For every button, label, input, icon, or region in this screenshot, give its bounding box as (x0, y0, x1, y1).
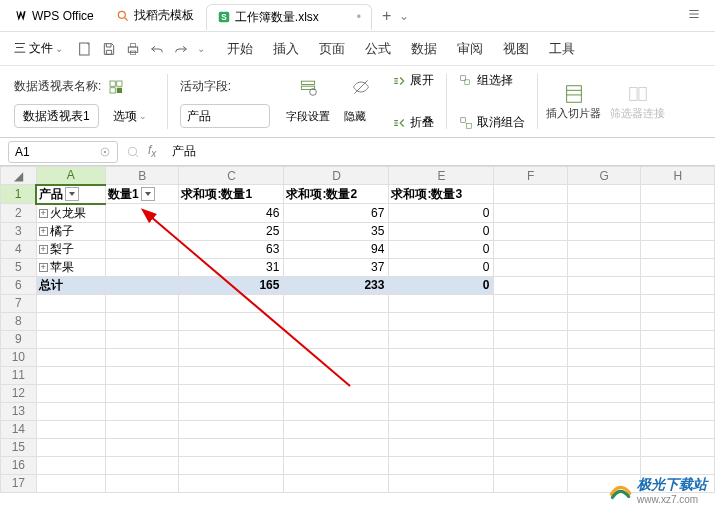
cell[interactable]: 25 (179, 222, 284, 240)
menu-formula[interactable]: 公式 (363, 36, 393, 62)
cell[interactable] (36, 330, 105, 348)
menu-view[interactable]: 视图 (501, 36, 531, 62)
cell[interactable] (494, 438, 568, 456)
cell[interactable] (389, 330, 494, 348)
formula-content[interactable]: 产品 (164, 143, 707, 160)
hide-button[interactable] (346, 75, 376, 99)
cell[interactable] (494, 456, 568, 474)
cell[interactable]: 35 (284, 222, 389, 240)
pivot-icon[interactable] (107, 78, 125, 96)
row-header[interactable]: 7 (1, 294, 37, 312)
cell[interactable] (284, 348, 389, 366)
cell[interactable] (389, 312, 494, 330)
cell[interactable]: 0 (389, 258, 494, 276)
cell[interactable] (36, 384, 105, 402)
row-header[interactable]: 11 (1, 366, 37, 384)
cell[interactable] (389, 456, 494, 474)
cell[interactable]: +梨子 (36, 240, 105, 258)
cell[interactable]: 0 (389, 222, 494, 240)
row-header[interactable]: 15 (1, 438, 37, 456)
name-box-input[interactable] (15, 145, 93, 159)
spreadsheet-grid[interactable]: ◢ A B C D E F G H 1 产品 数量1 求和项:数量1 求和项:数… (0, 166, 715, 493)
cell[interactable] (105, 276, 179, 294)
collapse-button[interactable]: 折叠 (392, 114, 434, 131)
cell[interactable] (179, 456, 284, 474)
cell[interactable] (567, 294, 641, 312)
slicer-button[interactable]: 插入切片器 (544, 70, 604, 133)
tab-workbook[interactable]: S 工作簿数量.xlsx • (206, 4, 372, 30)
col-header-C[interactable]: C (179, 167, 284, 185)
cell[interactable] (105, 348, 179, 366)
cell[interactable] (567, 420, 641, 438)
cell[interactable]: 46 (179, 204, 284, 223)
cell[interactable] (641, 330, 715, 348)
cell[interactable] (494, 420, 568, 438)
cell[interactable] (567, 204, 641, 223)
select-all-corner[interactable]: ◢ (1, 167, 37, 185)
cell[interactable] (567, 312, 641, 330)
col-header-G[interactable]: G (567, 167, 641, 185)
cell[interactable] (105, 204, 179, 223)
cell[interactable] (567, 240, 641, 258)
filter-dropdown-icon[interactable] (141, 187, 155, 201)
field-settings-button[interactable] (286, 75, 330, 99)
row-header[interactable]: 6 (1, 276, 37, 294)
cell[interactable] (641, 348, 715, 366)
cell[interactable] (641, 456, 715, 474)
cell[interactable] (567, 258, 641, 276)
cell[interactable] (494, 330, 568, 348)
cell[interactable] (36, 402, 105, 420)
cell[interactable] (179, 312, 284, 330)
cell[interactable] (641, 294, 715, 312)
cell[interactable] (105, 294, 179, 312)
cell[interactable] (567, 456, 641, 474)
locate-icon[interactable] (99, 146, 111, 158)
cell[interactable] (494, 294, 568, 312)
qat-more[interactable]: ⌄ (197, 43, 205, 54)
active-field-input[interactable] (180, 104, 270, 128)
expand-row-icon[interactable]: + (39, 227, 48, 236)
fx-label[interactable]: fx (148, 143, 156, 159)
cell[interactable] (641, 384, 715, 402)
cell[interactable]: 0 (389, 204, 494, 223)
cell[interactable] (179, 438, 284, 456)
cell[interactable] (36, 438, 105, 456)
cell[interactable] (567, 348, 641, 366)
cell[interactable] (641, 276, 715, 294)
cell[interactable] (389, 366, 494, 384)
col-header-B[interactable]: B (105, 167, 179, 185)
cell[interactable] (284, 474, 389, 492)
options-button[interactable]: 选项 ⌄ (105, 104, 155, 128)
expand-row-icon[interactable]: + (39, 209, 48, 218)
cell-C1[interactable]: 求和项:数量1 (179, 185, 284, 204)
menu-data[interactable]: 数据 (409, 36, 439, 62)
tab-add-chevron[interactable]: ⌄ (399, 9, 409, 23)
cell[interactable] (641, 222, 715, 240)
row-header[interactable]: 10 (1, 348, 37, 366)
cell[interactable] (641, 185, 715, 204)
cell[interactable] (284, 384, 389, 402)
cell[interactable] (567, 276, 641, 294)
row-header[interactable]: 13 (1, 402, 37, 420)
cell[interactable] (179, 294, 284, 312)
cell[interactable] (36, 456, 105, 474)
cell[interactable] (641, 420, 715, 438)
row-header[interactable]: 14 (1, 420, 37, 438)
cell[interactable] (105, 330, 179, 348)
cell[interactable] (641, 366, 715, 384)
cell-E1[interactable]: 求和项:数量3 (389, 185, 494, 204)
cell[interactable] (389, 294, 494, 312)
cell[interactable] (641, 204, 715, 223)
cell[interactable]: 63 (179, 240, 284, 258)
cell[interactable] (389, 402, 494, 420)
cell[interactable]: 67 (284, 204, 389, 223)
cell[interactable] (494, 222, 568, 240)
cell[interactable] (105, 222, 179, 240)
cell[interactable] (389, 420, 494, 438)
group-select-button[interactable]: 组选择 (459, 72, 525, 89)
cell[interactable]: +火龙果 (36, 204, 105, 223)
cell[interactable] (284, 330, 389, 348)
cell[interactable] (494, 258, 568, 276)
row-header[interactable]: 12 (1, 384, 37, 402)
row-header[interactable]: 16 (1, 456, 37, 474)
